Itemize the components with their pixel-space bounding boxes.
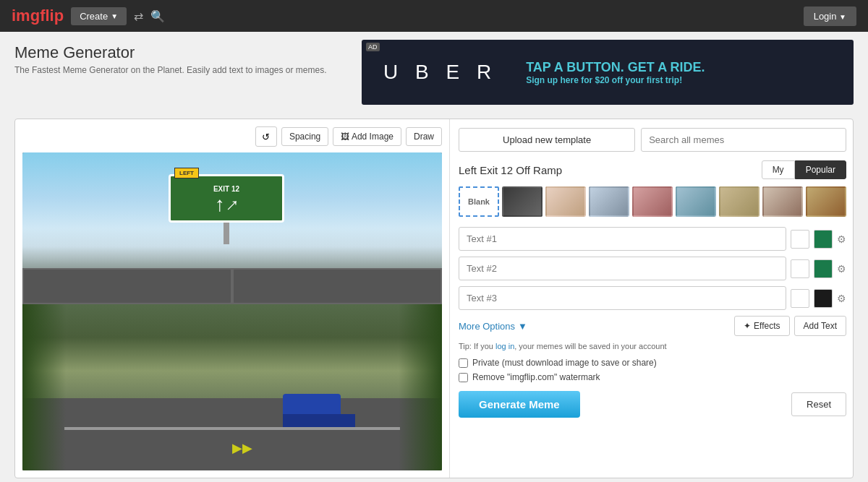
sparkle-icon: ✦ xyxy=(744,321,751,331)
car-body xyxy=(283,394,341,416)
sign-post xyxy=(224,223,229,244)
logo-img: img xyxy=(12,7,40,25)
generate-meme-button[interactable]: Generate Meme xyxy=(459,391,580,418)
tip-text: Tip: If you xyxy=(459,342,495,350)
text-input-row-2: ⚙ xyxy=(459,257,846,280)
right-top-controls: Upload new template xyxy=(459,128,846,152)
template-thumb-7[interactable] xyxy=(762,186,803,217)
right-foliage xyxy=(399,304,442,470)
template-thumb-6[interactable] xyxy=(719,186,760,217)
search-icon[interactable]: 🔍 xyxy=(150,9,165,23)
chevron-down-icon: ▼ xyxy=(839,13,846,21)
text-input-row-3: ⚙ xyxy=(459,286,846,310)
sign-text-exit: EXIT 12 xyxy=(178,185,275,193)
ad-headline: TAP A BUTTON. GET A RIDE. xyxy=(526,60,705,75)
private-label: Private (must download image to save or … xyxy=(472,358,657,368)
text3-bg-color[interactable] xyxy=(791,289,809,308)
text3-fg-color[interactable] xyxy=(814,289,833,308)
template-thumb-3[interactable] xyxy=(589,186,629,217)
bridge-beam-left xyxy=(24,270,231,303)
meme-preview: LEFT EXIT 12 ↑ ↑ xyxy=(22,152,442,470)
blank-label: Blank xyxy=(468,197,490,206)
upload-template-button[interactable]: Upload new template xyxy=(459,128,635,152)
private-checkbox-row: Private (must download image to save or … xyxy=(459,358,846,368)
ad-discount: $20 xyxy=(595,75,609,85)
add-image-button[interactable]: 🖼 Add Image xyxy=(333,127,401,146)
arrow-up-icon: ↑ xyxy=(215,193,225,216)
spacing-button[interactable]: Spacing xyxy=(281,127,328,146)
search-memes-input[interactable] xyxy=(641,128,846,152)
bridge-beam-right xyxy=(234,270,441,303)
logo[interactable]: imgflip xyxy=(12,7,64,25)
text-input-2[interactable] xyxy=(459,257,786,280)
tab-popular[interactable]: Popular xyxy=(795,160,846,179)
meme-bottom-half: ▶▶ xyxy=(22,304,442,470)
left-foliage xyxy=(22,304,66,470)
ad-text: TAP A BUTTON. GET A RIDE. Sign up here f… xyxy=(526,60,705,85)
ad-label: AD xyxy=(366,43,380,51)
login-button[interactable]: Login ▼ xyxy=(804,7,856,26)
sign-arrows: ↑ ↑ xyxy=(178,193,275,216)
watermark-checkbox[interactable] xyxy=(459,373,468,382)
private-checkbox[interactable] xyxy=(459,358,468,368)
text2-fg-color[interactable] xyxy=(814,259,833,278)
template-title-row: Left Exit 12 Off Ramp My Popular xyxy=(459,160,846,179)
sign-box: LEFT EXIT 12 ↑ ↑ xyxy=(169,174,284,223)
login-link[interactable]: log in xyxy=(495,342,514,350)
effects-button[interactable]: ✦ Effects xyxy=(734,316,789,336)
ad-subtext: Sign up here for $20 off your first trip… xyxy=(526,75,705,85)
chevron-down-icon: ▼ xyxy=(518,321,527,332)
more-options-label: More Options xyxy=(459,321,515,332)
highway-sign: LEFT EXIT 12 ↑ ↑ xyxy=(169,174,284,244)
text-input-1[interactable] xyxy=(459,227,786,251)
text2-settings-icon[interactable]: ⚙ xyxy=(837,263,846,275)
shuffle-icon[interactable]: ⇄ xyxy=(134,9,143,23)
generate-row: Generate Meme Reset xyxy=(459,391,846,418)
template-thumb-5[interactable] xyxy=(676,186,716,217)
watermark-checkbox-row: Remove "imgflip.com" watermark xyxy=(459,372,846,382)
template-thumb-8[interactable] xyxy=(806,186,846,217)
template-thumb-4[interactable] xyxy=(632,186,673,217)
tab-my[interactable]: My xyxy=(762,160,795,179)
text1-fg-color[interactable] xyxy=(814,230,833,249)
text1-bg-color[interactable] xyxy=(791,230,809,249)
ad-banner: AD U B E R TAP A BUTTON. GET A RIDE. Sig… xyxy=(362,40,854,105)
create-button[interactable]: Create ▼ xyxy=(71,7,127,25)
road-line xyxy=(64,427,400,430)
navbar-right: Login ▼ xyxy=(804,7,856,26)
ad-brand: U B E R xyxy=(383,61,497,84)
navbar-left: imgflip Create ▼ ⇄ 🔍 xyxy=(12,7,165,25)
editor-container: ↺ Spacing 🖼 Add Image Draw LEFT xyxy=(14,119,854,478)
tip-text2: , your memes will be saved in your accou… xyxy=(514,342,666,350)
left-panel: ↺ Spacing 🖼 Add Image Draw LEFT xyxy=(15,119,449,478)
template-thumb-2[interactable] xyxy=(545,186,586,217)
car xyxy=(283,394,355,427)
image-icon: 🖼 xyxy=(341,132,349,142)
template-blank[interactable]: Blank xyxy=(459,186,499,217)
road xyxy=(22,398,442,470)
effects-add-group: ✦ Effects Add Text xyxy=(734,316,846,336)
reset-button[interactable]: Reset xyxy=(791,392,846,416)
template-title: Left Exit 12 Off Ramp xyxy=(459,164,562,176)
draw-button[interactable]: Draw xyxy=(406,127,442,146)
meme-top-half: LEFT EXIT 12 ↑ ↑ xyxy=(22,152,442,304)
yellow-sign: LEFT xyxy=(174,168,199,178)
bridge xyxy=(22,268,442,304)
login-label: Login xyxy=(814,11,837,22)
undo-button[interactable]: ↺ xyxy=(255,126,277,147)
templates-row: Blank xyxy=(459,186,846,217)
template-thumb-1[interactable] xyxy=(502,186,542,217)
text1-settings-icon[interactable]: ⚙ xyxy=(837,233,846,245)
right-panel: Upload new template Left Exit 12 Off Ram… xyxy=(449,119,855,478)
tab-group: My Popular xyxy=(762,160,846,179)
toolbar: ↺ Spacing 🖼 Add Image Draw xyxy=(22,126,442,147)
add-text-button[interactable]: Add Text xyxy=(794,316,846,336)
text2-bg-color[interactable] xyxy=(791,259,809,278)
text3-settings-icon[interactable]: ⚙ xyxy=(837,293,846,304)
effects-label: Effects xyxy=(754,321,780,331)
text-input-3[interactable] xyxy=(459,286,786,310)
more-options-button[interactable]: More Options ▼ xyxy=(459,321,527,332)
bottom-controls: More Options ▼ ✦ Effects Add Text xyxy=(459,316,846,336)
road-arrows: ▶▶ xyxy=(232,440,252,456)
tip-row: Tip: If you log in, your memes will be s… xyxy=(459,342,846,350)
